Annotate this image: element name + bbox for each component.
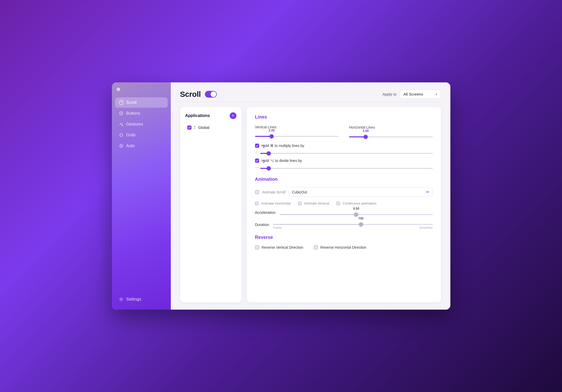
vertical-lines-value: 2.00 [269, 129, 275, 132]
chevron-down-icon: ▾ [436, 92, 437, 96]
divide-row: Hold ⌥ to divide lines by 2 — [255, 159, 433, 169]
svg-rect-1 [121, 101, 121, 103]
apps-header: Applications + [185, 112, 236, 119]
apply-to-label: Apply to [382, 92, 396, 96]
reverse-horizontal-row: Reverse Horizontal Direction [314, 245, 366, 249]
reverse-horizontal-label: Reverse Horizontal Direction [320, 245, 366, 249]
duration-label: Duration [255, 223, 269, 227]
multiply-track [260, 153, 433, 154]
three-checkboxes: Animate Horizontal Animate Vertical Cont… [255, 201, 433, 205]
divide-checkbox[interactable] [255, 159, 259, 163]
sidebar-item-settings[interactable]: Settings [115, 294, 168, 304]
svg-rect-2 [120, 112, 123, 115]
cubic-input[interactable]: CubicOut ✏ [289, 187, 433, 197]
sidebar-item-gestures[interactable]: Gestures [115, 119, 168, 129]
cubic-value: CubicOut [292, 190, 307, 194]
apply-to-dropdown[interactable]: All Screens ▾ [400, 90, 441, 99]
plus-icon: + [232, 113, 234, 118]
animate-scroll-checkbox[interactable] [255, 190, 259, 194]
animate-vertical-checkbox[interactable] [298, 202, 302, 205]
vertical-lines-thumb[interactable] [270, 134, 274, 138]
buttons-icon [119, 111, 124, 116]
gestures-icon [119, 122, 124, 127]
animation-section-title: Animation [255, 177, 433, 182]
multiply-label: Hold ⌘ to multiply lines by [262, 144, 304, 148]
main-content: Applications +  Global [171, 107, 450, 310]
sidebar-item-scroll[interactable]: Scroll [115, 97, 168, 108]
divide-value: 2 [263, 160, 265, 164]
reverse-vertical-row: Reverse Vertical Direction [255, 245, 303, 249]
continuous-animation-label: Continuous animation [343, 201, 376, 205]
reverse-checkboxes: Reverse Vertical Direction Reverse Horiz… [255, 245, 433, 253]
horizontal-lines-fill [349, 136, 366, 137]
animate-vertical-label: Animate Vertical [304, 201, 329, 205]
acceleration-thumb[interactable] [354, 213, 358, 217]
multiply-checkbox[interactable] [255, 144, 259, 148]
auto-icon [119, 143, 124, 148]
apply-to-section: Apply to All Screens ▾ [382, 90, 441, 99]
reverse-horizontal-checkbox[interactable] [314, 245, 318, 249]
scroll-toggle[interactable] [205, 91, 217, 98]
multiply-thumb[interactable] [267, 151, 271, 155]
header-divider [180, 102, 441, 102]
sidebar: Scroll Buttons Gestures [112, 82, 171, 310]
grab-icon [119, 132, 124, 138]
svg-point-6 [120, 135, 120, 135]
apps-title: Applications [185, 113, 210, 118]
svg-point-7 [121, 135, 122, 135]
sidebar-item-auto-label: Auto [126, 144, 135, 148]
horizontal-lines-thumb[interactable] [364, 135, 368, 139]
acceleration-label: Acceleration [255, 210, 276, 215]
app-checkbox-global[interactable] [187, 126, 191, 130]
acceleration-row: Acceleration 0.50 [255, 210, 433, 217]
continuous-animation-checkbox[interactable] [336, 202, 340, 205]
page-title: Scroll [180, 90, 201, 99]
sidebar-item-buttons[interactable]: Buttons [115, 108, 168, 119]
sidebar-item-settings-label: Settings [126, 297, 141, 302]
window-dot [117, 88, 120, 91]
sidebar-item-grab-label: Grab [126, 133, 136, 137]
animate-horizontal-checkbox[interactable] [255, 202, 259, 205]
horizontal-lines-track [349, 136, 433, 137]
vertical-lines-slider-row: Vertical Lines 2.00 [255, 125, 339, 137]
animate-vertical-row: Animate Vertical [298, 201, 329, 205]
animate-horizontal-label: Animate Horizontal [261, 201, 291, 205]
sidebar-nav: Scroll Buttons Gestures [112, 97, 171, 294]
faster-smoother: Faster Smoother [273, 226, 433, 230]
animate-horizontal-row: Animate Horizontal [255, 201, 291, 205]
divide-track [260, 168, 433, 169]
divide-thumb[interactable] [267, 166, 271, 170]
toggle-knob [211, 91, 216, 97]
reverse-section-title: Reverse [255, 235, 433, 240]
reverse-vertical-checkbox[interactable] [255, 245, 259, 249]
reverse-vertical-label: Reverse Vertical Direction [262, 245, 303, 249]
divide-label: Hold ⌥ to divide lines by [262, 159, 302, 163]
acceleration-fill [280, 214, 356, 215]
svg-point-4 [122, 125, 123, 126]
sidebar-item-grab[interactable]: Grab [115, 130, 168, 140]
apply-to-value: All Screens [404, 92, 423, 96]
acceleration-track [280, 214, 433, 215]
acceleration-value: 0.50 [353, 207, 359, 210]
faster-label: Faster [273, 226, 282, 230]
add-app-button[interactable]: + [230, 112, 236, 119]
svg-point-14 [120, 299, 122, 300]
applications-panel: Applications +  Global [180, 107, 242, 302]
app-item-global[interactable]:  Global [185, 123, 236, 132]
sidebar-item-auto[interactable]: Auto [115, 141, 168, 151]
vertical-lines-fill [255, 136, 272, 137]
pencil-icon: ✏ [426, 190, 429, 194]
sidebar-item-gestures-label: Gestures [126, 122, 143, 127]
duration-row: Duration 700 Faster Smoother [255, 222, 433, 230]
lines-section-title: Lines [255, 114, 433, 120]
sidebar-item-buttons-label: Buttons [126, 111, 140, 116]
duration-thumb[interactable] [359, 222, 363, 226]
settings-icon [119, 297, 124, 302]
sidebar-bottom: Settings [112, 294, 171, 304]
svg-point-3 [121, 113, 122, 114]
main-header: Scroll Apply to All Screens ▾ [171, 82, 450, 102]
svg-point-9 [121, 145, 122, 146]
duration-fill [273, 224, 361, 225]
continuous-animation-row: Continuous animation [336, 201, 376, 205]
duration-track [273, 224, 433, 225]
